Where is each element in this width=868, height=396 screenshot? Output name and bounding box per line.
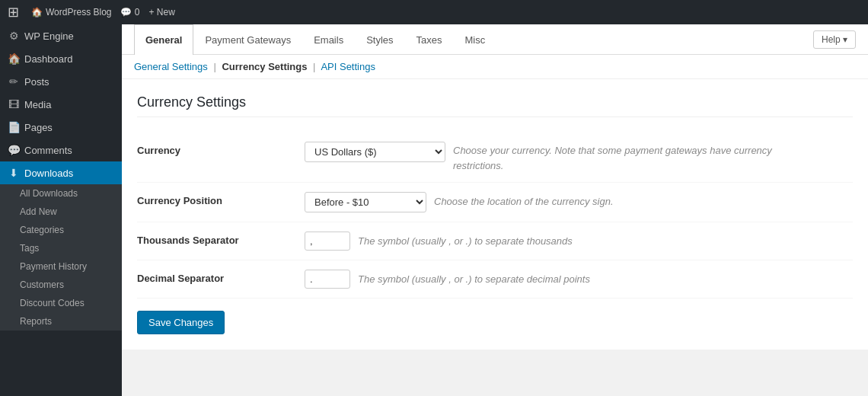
breadcrumb-sep-2: |	[313, 61, 315, 72]
decimal-separator-description: The symbol (usually , or .) to separate …	[358, 270, 590, 285]
sidebar-item-media[interactable]: 🎞 Media	[0, 93, 122, 116]
thousands-separator-input[interactable]	[305, 232, 350, 251]
breadcrumb-currency-settings: Currency Settings	[222, 61, 307, 72]
tab-bar: General Payment Gateways Emails Styles T…	[122, 24, 868, 55]
admin-bar: ⊞ 🏠 WordPress Blog 💬 0 + New	[0, 0, 868, 24]
sidebar-item-wp-engine[interactable]: ⚙ WP Engine	[0, 24, 122, 47]
currency-position-row: Currency Position Before - $10 After - 1…	[137, 183, 853, 222]
sidebar-item-categories[interactable]: Categories	[0, 221, 122, 239]
site-name[interactable]: 🏠 WordPress Blog	[31, 7, 111, 18]
save-changes-button[interactable]: Save Changes	[137, 311, 225, 334]
currency-select[interactable]: US Dollars ($) Euro (€) British Pound (£…	[305, 142, 445, 162]
tab-taxes[interactable]: Taxes	[405, 24, 454, 55]
sidebar-item-customers[interactable]: Customers	[0, 276, 122, 294]
dashboard-icon: 🏠	[8, 53, 20, 65]
tabs: General Payment Gateways Emails Styles T…	[134, 24, 496, 54]
help-button[interactable]: Help ▾	[813, 30, 856, 49]
decimal-separator-row: Decimal Separator The symbol (usually , …	[137, 260, 853, 299]
sidebar: ⚙ WP Engine 🏠 Dashboard ✏ Posts 🎞 Media …	[0, 24, 122, 396]
tab-misc[interactable]: Misc	[454, 24, 497, 55]
currency-position-select[interactable]: Before - $10 After - 10$	[305, 192, 426, 212]
tab-styles[interactable]: Styles	[355, 24, 404, 55]
currency-description: Choose your currency. Note that some pay…	[453, 143, 803, 173]
currency-label: Currency	[137, 142, 305, 156]
tab-emails[interactable]: Emails	[302, 24, 355, 55]
currency-row: Currency US Dollars ($) Euro (€) British…	[137, 133, 853, 183]
sidebar-item-posts[interactable]: ✏ Posts	[0, 70, 122, 93]
sidebar-item-pages[interactable]: 📄 Pages	[0, 116, 122, 139]
sidebar-item-payment-history[interactable]: Payment History	[0, 257, 122, 276]
downloads-icon: ⬇	[8, 167, 20, 179]
currency-position-description: Choose the location of the currency sign…	[434, 192, 614, 207]
sidebar-item-add-new[interactable]: Add New	[0, 203, 122, 221]
posts-icon: ✏	[8, 75, 20, 88]
media-icon: 🎞	[8, 98, 20, 110]
thousands-separator-row: Thousands Separator The symbol (usually …	[137, 222, 853, 260]
sidebar-item-reports[interactable]: Reports	[0, 312, 122, 331]
sidebar-item-dashboard[interactable]: 🏠 Dashboard	[0, 47, 122, 70]
decimal-separator-field: The symbol (usually , or .) to separate …	[305, 270, 853, 289]
new-item[interactable]: + New	[149, 7, 175, 18]
sidebar-item-all-downloads[interactable]: All Downloads	[0, 184, 122, 203]
site-icon: 🏠	[31, 7, 43, 18]
wp-logo-icon: ⊞	[8, 4, 19, 21]
sidebar-item-discount-codes[interactable]: Discount Codes	[0, 294, 122, 312]
tab-general[interactable]: General	[134, 24, 193, 55]
breadcrumb-api-settings[interactable]: API Settings	[321, 61, 375, 72]
currency-position-label: Currency Position	[137, 192, 305, 206]
currency-field: US Dollars ($) Euro (€) British Pound (£…	[305, 142, 853, 173]
breadcrumb-sep-1: |	[213, 61, 215, 72]
tab-payment-gateways[interactable]: Payment Gateways	[193, 24, 302, 55]
sidebar-item-tags[interactable]: Tags	[0, 239, 122, 257]
sidebar-item-comments[interactable]: 💬 Comments	[0, 139, 122, 161]
comments-count[interactable]: 💬 0	[120, 7, 139, 18]
thousands-separator-description: The symbol (usually , or .) to separate …	[358, 232, 573, 247]
currency-position-field: Before - $10 After - 10$ Choose the loca…	[305, 192, 853, 212]
sidebar-item-downloads[interactable]: ⬇ Downloads	[0, 161, 122, 184]
breadcrumb: General Settings | Currency Settings | A…	[122, 55, 868, 79]
settings-content: Currency Settings Currency US Dollars ($…	[122, 79, 868, 350]
decimal-separator-input[interactable]	[305, 270, 350, 289]
main-layout: ⚙ WP Engine 🏠 Dashboard ✏ Posts 🎞 Media …	[0, 24, 868, 396]
pages-icon: 📄	[8, 121, 20, 133]
content-area: General Payment Gateways Emails Styles T…	[122, 24, 868, 396]
page-title: Currency Settings	[137, 94, 853, 117]
downloads-submenu: All Downloads Add New Categories Tags Pa…	[0, 184, 122, 331]
decimal-separator-label: Decimal Separator	[137, 270, 305, 284]
breadcrumb-general-settings[interactable]: General Settings	[134, 61, 208, 72]
comments-icon: 💬	[8, 144, 20, 156]
thousands-separator-field: The symbol (usually , or .) to separate …	[305, 232, 853, 251]
thousands-separator-label: Thousands Separator	[137, 232, 305, 246]
wp-engine-icon: ⚙	[8, 30, 20, 42]
